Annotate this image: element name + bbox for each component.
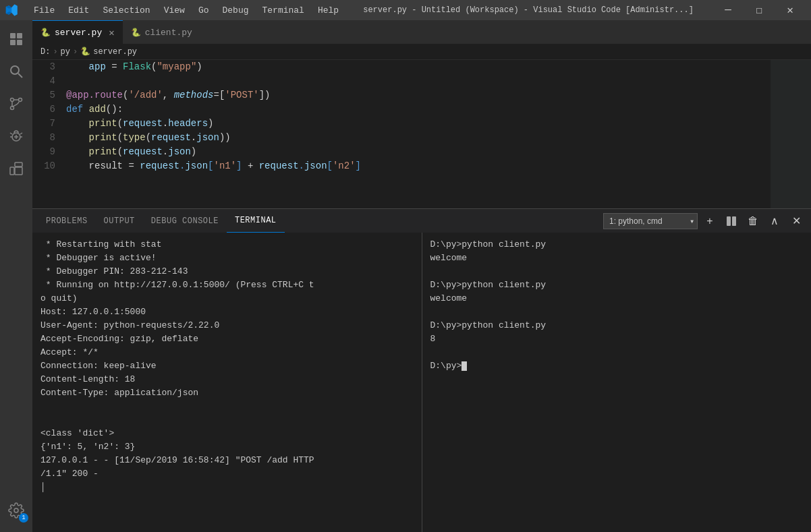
code-line-3: app = Flask("myapp") <box>66 60 771 74</box>
terminal-line-14 <box>40 413 414 427</box>
editor-area: 🐍 server.py ✕ 🐍 client.py D: › py › 🐍 se… <box>32 20 811 532</box>
code-lines[interactable]: app = Flask("myapp") @app.route('/add', … <box>66 60 771 208</box>
terminal-line-13 <box>40 400 414 413</box>
terminal-add-button[interactable]: + <box>700 212 719 231</box>
terminal-panel: PROBLEMS OUTPUT DEBUG CONSOLE TERMINAL 1… <box>32 208 811 532</box>
window-title: server.py - Untitled (Workspace) - Visua… <box>344 5 712 15</box>
terminal-instance-select[interactable]: 1: python, cmd <box>603 213 698 229</box>
svg-rect-16 <box>10 167 14 175</box>
line-num-8: 8 <box>43 131 55 145</box>
terminal-line-3: * Debugger PIN: 283-212-143 <box>40 265 414 278</box>
notification-badge: 1 <box>19 513 28 523</box>
terminal-tab-terminal[interactable]: TERMINAL <box>227 209 285 233</box>
breadcrumb: D: › py › 🐍 server.py <box>32 44 811 60</box>
code-line-8: print(type(request.json)) <box>66 131 771 145</box>
menu-go[interactable]: Go <box>193 4 215 17</box>
svg-rect-20 <box>727 216 731 226</box>
menu-view[interactable]: View <box>159 4 190 17</box>
line-num-10: 10 <box>43 159 55 173</box>
terminal-right-line-1: D:\py>python client.py <box>430 238 804 252</box>
line-num-7: 7 <box>43 117 55 131</box>
tab-server-py[interactable]: 🐍 server.py ✕ <box>32 20 123 44</box>
terminal-line-11: Content-Length: 18 <box>40 373 414 386</box>
activity-search[interactable] <box>0 55 32 88</box>
terminal-right-line-9 <box>430 346 804 359</box>
activity-settings[interactable]: 1 <box>0 494 32 527</box>
close-button[interactable]: ✕ <box>775 0 806 20</box>
terminal-close-button[interactable]: ✕ <box>787 212 806 231</box>
minimize-button[interactable]: — <box>712 0 744 20</box>
maximize-button[interactable]: ☐ <box>744 0 775 20</box>
menu-file[interactable]: File <box>28 4 60 17</box>
vscode-logo <box>5 4 18 16</box>
terminal-body: * Restarting with stat * Debugger is act… <box>32 233 811 532</box>
terminal-right-line-4: D:\py>python client.py <box>430 278 804 292</box>
code-line-4 <box>66 74 771 88</box>
menu-help[interactable]: Help <box>312 4 344 17</box>
menu-edit[interactable]: Edit <box>63 4 94 17</box>
terminal-line-10: Connection: keep-alive <box>40 359 414 373</box>
line-numbers: 3 4 5 6 7 8 9 10 <box>32 60 66 208</box>
terminal-line-1: * Restarting with stat <box>40 238 414 252</box>
tab-server-py-close[interactable]: ✕ <box>109 27 114 38</box>
svg-point-19 <box>14 508 18 512</box>
terminal-controls: 1: python, cmd + 🗑 ∧ ✕ <box>603 212 806 231</box>
activity-extensions[interactable] <box>0 152 32 185</box>
line-num-9: 9 <box>43 145 55 159</box>
code-line-6: def add(): <box>66 102 771 117</box>
code-content: 3 4 5 6 7 8 9 10 app = Flask("myapp") @a… <box>32 60 811 208</box>
terminal-split-button[interactable] <box>722 212 741 231</box>
code-line-5: @app.route('/add', methods=['POST']) <box>66 88 771 102</box>
svg-rect-2 <box>10 40 16 45</box>
svg-rect-1 <box>17 33 22 38</box>
terminal-tab-output[interactable]: OUTPUT <box>96 209 143 233</box>
breadcrumb-py[interactable]: py <box>61 47 70 57</box>
line-num-4: 4 <box>43 74 55 88</box>
menu-terminal[interactable]: Terminal <box>257 4 310 17</box>
terminal-right-line-7: D:\py>python client.py <box>430 319 804 332</box>
terminal-chevron-up-button[interactable]: ∧ <box>765 212 784 231</box>
tab-bar: 🐍 server.py ✕ 🐍 client.py <box>32 20 811 44</box>
line-num-6: 6 <box>43 102 55 117</box>
breadcrumb-py-icon: 🐍 <box>80 47 90 57</box>
terminal-right-line-6 <box>430 305 804 319</box>
main-container: 1 🐍 server.py ✕ 🐍 client.py D: › py › 🐍 … <box>0 20 811 532</box>
activity-debug[interactable] <box>0 120 32 152</box>
svg-point-8 <box>11 98 14 102</box>
minimap <box>771 60 811 208</box>
breadcrumb-sep2: › <box>73 47 78 57</box>
terminal-right-line-3 <box>430 265 804 278</box>
terminal-left-pane[interactable]: * Restarting with stat * Debugger is act… <box>32 233 422 532</box>
server-py-icon: 🐍 <box>40 28 51 38</box>
tab-client-py-label: client.py <box>145 28 192 38</box>
terminal-line-17: 127.0.0.1 - - [11/Sep/2019 16:58:42] "PO… <box>40 454 414 467</box>
svg-rect-18 <box>15 167 22 175</box>
activity-explorer[interactable] <box>0 23 32 55</box>
terminal-tab-problems[interactable]: PROBLEMS <box>38 209 96 233</box>
tab-server-py-label: server.py <box>55 28 102 38</box>
tab-client-py[interactable]: 🐍 client.py <box>123 20 204 44</box>
menu-debug[interactable]: Debug <box>217 4 254 17</box>
breadcrumb-sep1: › <box>53 47 57 57</box>
breadcrumb-server-py[interactable]: server.py <box>93 47 137 57</box>
terminal-tab-debug-console[interactable]: DEBUG CONSOLE <box>143 209 227 233</box>
terminal-line-2: * Debugger is active! <box>40 252 414 265</box>
code-line-9: print(request.json) <box>66 145 771 159</box>
terminal-line-12: Content-Type: application/json <box>40 386 414 400</box>
terminal-line-18: /1.1" 200 - <box>40 467 414 481</box>
svg-rect-17 <box>15 162 22 167</box>
terminal-line-5: o quit) <box>40 292 414 305</box>
titlebar-menu: File Edit Selection View Go Debug Termin… <box>28 4 344 17</box>
terminal-trash-button[interactable]: 🗑 <box>744 212 762 231</box>
svg-point-7 <box>19 98 22 102</box>
line-num-3: 3 <box>43 60 55 74</box>
svg-point-4 <box>11 66 19 74</box>
breadcrumb-d[interactable]: D: <box>40 47 50 57</box>
activity-source-control[interactable] <box>0 88 32 120</box>
menu-selection[interactable]: Selection <box>97 4 155 17</box>
terminal-line-19: │ <box>40 481 414 494</box>
terminal-cursor <box>462 361 467 371</box>
terminal-right-pane[interactable]: D:\py>python client.py welcome D:\py>pyt… <box>422 233 812 532</box>
activity-bar: 1 <box>0 20 32 532</box>
terminal-right-line-8: 8 <box>430 332 804 346</box>
